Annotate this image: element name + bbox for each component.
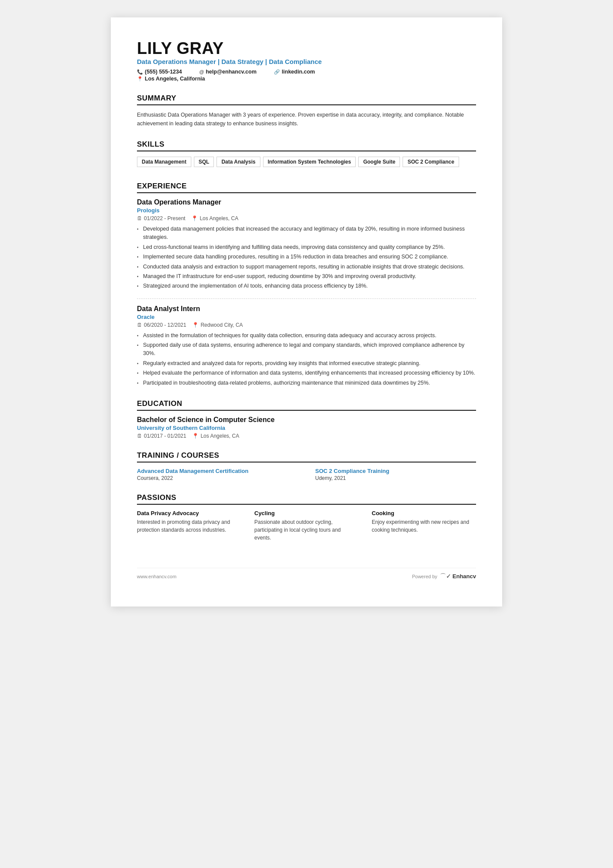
bullet-item: Managed the IT infrastructure for end-us…: [137, 272, 476, 281]
phone-value: (555) 555-1234: [145, 69, 182, 75]
experience-section: EXPERIENCE Data Operations Manager Prolo…: [137, 182, 476, 387]
bullet-item: Participated in troubleshooting data-rel…: [137, 379, 476, 387]
candidate-name: LILY GRAY: [137, 39, 476, 58]
job-block: Data Operations Manager Prologis 🗓 01/20…: [137, 198, 476, 291]
location-icon-edu: 📍: [192, 433, 199, 439]
job-company: Oracle: [137, 314, 476, 320]
footer: www.enhancv.com Powered by ⌒✓ Enhancv: [137, 568, 476, 580]
edu-degree: Bachelor of Science in Computer Science: [137, 416, 476, 424]
linkedin-item: 🔗 linkedin.com: [274, 69, 315, 75]
footer-powered: Powered by ⌒✓ Enhancv: [412, 573, 476, 580]
email-item: @ help@enhancv.com: [199, 69, 257, 75]
experience-title: EXPERIENCE: [137, 182, 476, 193]
location-icon-job: 📍: [191, 215, 198, 221]
job-location: Los Angeles, CA: [200, 215, 238, 221]
skill-tag: Data Management: [137, 157, 191, 167]
job-location-item: 📍 Los Angeles, CA: [191, 215, 238, 221]
job-date-item: 🗓 06/2020 - 12/2021: [137, 322, 186, 328]
training-item: Advanced Data Management Certification C…: [137, 468, 298, 481]
powered-by-label: Powered by: [412, 574, 437, 579]
jobs-container: Data Operations Manager Prologis 🗓 01/20…: [137, 198, 476, 387]
exp-separator: [137, 298, 476, 299]
education-section: EDUCATION Bachelor of Science in Compute…: [137, 399, 476, 439]
job-date: 06/2020 - 12/2021: [144, 322, 186, 328]
location-icon: 📍: [137, 76, 143, 82]
edu-meta: 🗓 01/2017 - 01/2021 📍 Los Angeles, CA: [137, 433, 476, 439]
bullet-item: Supported daily use of data systems, ens…: [137, 341, 476, 358]
skills-row: Data ManagementSQLData AnalysisInformati…: [137, 157, 476, 170]
training-item: SOC 2 Compliance Training Udemy, 2021: [315, 468, 476, 481]
enhancv-logo: ⌒✓ Enhancv: [440, 573, 476, 580]
training-name: SOC 2 Compliance Training: [315, 468, 476, 474]
summary-text: Enthusiastic Data Operations Manager wit…: [137, 111, 476, 128]
passions-grid: Data Privacy Advocacy Interested in prom…: [137, 510, 476, 542]
calendar-icon: 🗓: [137, 433, 142, 439]
location-row: 📍 Los Angeles, California: [137, 76, 476, 82]
training-source: Udemy, 2021: [315, 475, 476, 481]
passion-title: Cooking: [372, 510, 476, 516]
location-icon-job: 📍: [192, 322, 199, 328]
job-date: 01/2022 - Present: [144, 215, 185, 221]
edu-school: University of Southern California: [137, 425, 476, 431]
header: LILY GRAY Data Operations Manager | Data…: [137, 39, 476, 82]
bullet-item: Regularly extracted and analyzed data fo…: [137, 359, 476, 368]
passion-text: Passionate about outdoor cycling, partic…: [254, 518, 359, 542]
linkedin-icon: 🔗: [274, 69, 280, 75]
passion-text: Enjoy experimenting with new recipes and…: [372, 518, 476, 534]
job-title: Data Analyst Intern: [137, 305, 476, 313]
job-location-item: 📍 Redwood City, CA: [192, 322, 243, 328]
linkedin-value: linkedin.com: [282, 69, 315, 75]
contact-row: 📞 (555) 555-1234 @ help@enhancv.com 🔗 li…: [137, 69, 476, 75]
job-block: Data Analyst Intern Oracle 🗓 06/2020 - 1…: [137, 305, 476, 387]
bullet-item: Strategized around the implementation of…: [137, 282, 476, 290]
skills-title: SKILLS: [137, 140, 476, 151]
summary-title: SUMMARY: [137, 94, 476, 105]
edu-date: 01/2017 - 01/2021: [144, 433, 186, 439]
calendar-icon: 🗓: [137, 215, 142, 221]
passion-title: Cycling: [254, 510, 359, 516]
edu-location: Los Angeles, CA: [200, 433, 239, 439]
training-grid: Advanced Data Management Certification C…: [137, 468, 476, 481]
job-company: Prologis: [137, 207, 476, 214]
job-meta: 🗓 06/2020 - 12/2021 📍 Redwood City, CA: [137, 322, 476, 328]
passion-text: Interested in promoting data privacy and…: [137, 518, 241, 534]
job-location: Redwood City, CA: [200, 322, 243, 328]
skill-tag: Data Analysis: [217, 157, 260, 167]
calendar-icon: 🗓: [137, 322, 142, 328]
summary-section: SUMMARY Enthusiastic Data Operations Man…: [137, 94, 476, 128]
location-value: Los Angeles, California: [145, 76, 205, 82]
training-source: Coursera, 2022: [137, 475, 298, 481]
job-meta: 🗓 01/2022 - Present 📍 Los Angeles, CA: [137, 215, 476, 221]
passions-title: PASSIONS: [137, 493, 476, 505]
passion-item: Data Privacy Advocacy Interested in prom…: [137, 510, 241, 542]
passion-title: Data Privacy Advocacy: [137, 510, 241, 516]
bullet-item: Assisted in the formulation of technique…: [137, 332, 476, 340]
edu-location-item: 📍 Los Angeles, CA: [192, 433, 239, 439]
passions-section: PASSIONS Data Privacy Advocacy Intereste…: [137, 493, 476, 542]
skill-tag: SQL: [194, 157, 214, 167]
job-title: Data Operations Manager: [137, 198, 476, 206]
phone-icon: 📞: [137, 69, 143, 75]
phone-item: 📞 (555) 555-1234: [137, 69, 182, 75]
enhancv-brand: Enhancv: [453, 573, 476, 580]
enhancv-logo-icon: ⌒✓: [440, 573, 451, 580]
training-section: TRAINING / COURSES Advanced Data Managem…: [137, 451, 476, 481]
bullet-item: Conducted data analysis and extraction t…: [137, 263, 476, 271]
skill-tag: SOC 2 Compliance: [403, 157, 459, 167]
skill-tag: Google Suite: [358, 157, 400, 167]
edu-date-item: 🗓 01/2017 - 01/2021: [137, 433, 186, 439]
email-value: help@enhancv.com: [206, 69, 257, 75]
passion-item: Cooking Enjoy experimenting with new rec…: [372, 510, 476, 542]
bullet-item: Developed data management policies that …: [137, 225, 476, 242]
training-title: TRAINING / COURSES: [137, 451, 476, 462]
skills-section: SKILLS Data ManagementSQLData AnalysisIn…: [137, 140, 476, 170]
skill-tag: Information System Technologies: [263, 157, 356, 167]
footer-url: www.enhancv.com: [137, 574, 177, 579]
bullet-item: Implemented secure data handling procedu…: [137, 253, 476, 261]
bullet-item: Helped evaluate the performance of infor…: [137, 369, 476, 377]
passion-item: Cycling Passionate about outdoor cycling…: [254, 510, 359, 542]
resume-page: LILY GRAY Data Operations Manager | Data…: [111, 17, 502, 607]
job-bullets: Assisted in the formulation of technique…: [137, 332, 476, 387]
candidate-title: Data Operations Manager | Data Strategy …: [137, 58, 476, 65]
job-bullets: Developed data management policies that …: [137, 225, 476, 291]
